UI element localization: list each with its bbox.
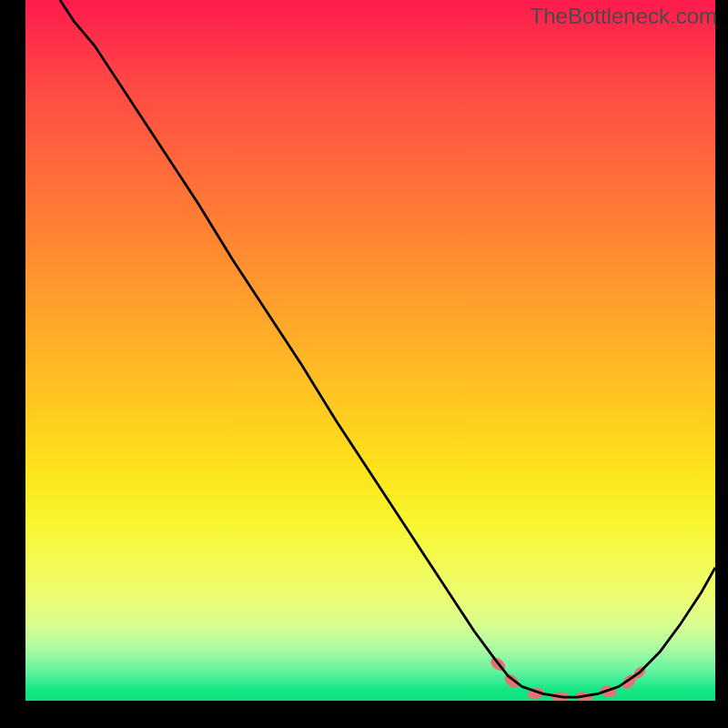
bottleneck-curve [60, 0, 715, 697]
watermark-text: TheBottleneck.com [531, 4, 717, 29]
right-border [715, 0, 728, 728]
bottom-border [0, 701, 728, 728]
left-border [0, 0, 25, 728]
marker-point [502, 672, 522, 691]
plot-area [25, 0, 715, 701]
chart-svg [25, 0, 715, 701]
